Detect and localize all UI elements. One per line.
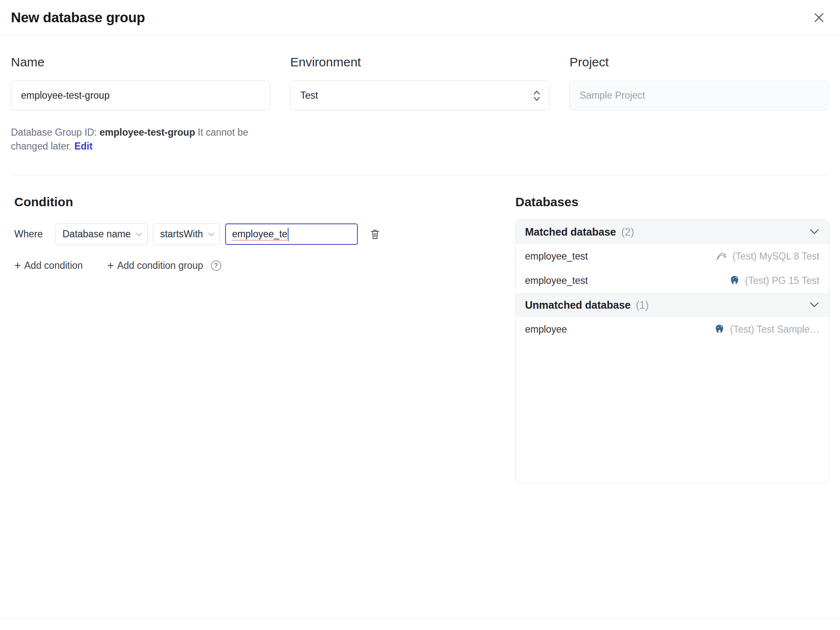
database-instance-label: (Test) PG 15 Test <box>745 275 819 286</box>
edit-group-id-link[interactable]: Edit <box>74 141 92 152</box>
condition-actions: + Add condition + Add condition group ? <box>14 260 515 271</box>
group-id-note: Database Group ID: employee-test-group I… <box>11 126 263 153</box>
close-button[interactable] <box>812 11 826 24</box>
text-caret <box>288 228 289 241</box>
unmatched-database-count: (1) <box>636 299 649 311</box>
environment-field-group: Environment Test <box>290 55 550 110</box>
new-database-group-dialog: New database group Name Environment Test <box>0 0 840 630</box>
database-instance: (Test) Test Sample… <box>714 324 819 335</box>
matched-database-group-header[interactable]: Matched database (2) <box>516 220 829 244</box>
name-label: Name <box>11 55 270 70</box>
delete-condition-button[interactable] <box>365 223 386 245</box>
name-field-group: Name <box>11 55 270 110</box>
postgres-icon <box>729 275 740 286</box>
database-name: employee_test <box>525 275 588 286</box>
condition-field-select[interactable]: Database name <box>55 223 148 245</box>
database-row: employee (Test) Test Sample… <box>516 317 829 341</box>
add-condition-group-button[interactable]: + Add condition group ? <box>107 260 221 271</box>
condition-operator-value: startsWith <box>160 228 203 240</box>
plus-icon: + <box>14 260 21 271</box>
form-grid: Name Environment Test Project <box>0 35 840 110</box>
databases-title: Databases <box>515 194 829 210</box>
group-id-value: employee-test-group <box>100 127 195 138</box>
condition-value-input[interactable]: employee_te <box>225 223 358 245</box>
project-input <box>570 81 829 110</box>
database-instance-label: (Test) Test Sample… <box>730 324 819 335</box>
database-name: employee_test <box>525 251 588 262</box>
add-condition-label: Add condition <box>24 260 83 271</box>
chevron-down-icon <box>136 232 142 236</box>
where-label: Where <box>14 228 43 240</box>
condition-value-text: employee_te <box>232 228 287 240</box>
name-input[interactable] <box>11 81 270 110</box>
updown-chevron-icon <box>533 89 541 102</box>
unmatched-database-group-header[interactable]: Unmatched database (1) <box>516 293 829 317</box>
postgres-icon <box>714 324 725 335</box>
chevron-down-icon <box>809 302 819 308</box>
chevron-down-icon <box>809 229 819 235</box>
add-condition-button[interactable]: + Add condition <box>14 260 83 271</box>
condition-operator-select[interactable]: startsWith <box>153 223 220 245</box>
databases-section: Databases Matched database (2) employee_… <box>515 194 829 484</box>
project-label: Project <box>570 55 829 70</box>
environment-label: Environment <box>290 55 550 70</box>
condition-row: Where Database name startsWith employee_… <box>14 223 515 245</box>
close-icon <box>812 11 826 24</box>
databases-panel: Matched database (2) employee_test <box>515 219 829 484</box>
dialog-header: New database group <box>0 0 840 35</box>
chevron-down-icon <box>208 232 215 236</box>
trash-icon <box>370 229 380 240</box>
matched-database-label-wrap: Matched database (2) <box>525 226 634 238</box>
group-id-note-prefix: Database Group ID: <box>11 127 97 138</box>
database-instance: (Test) PG 15 Test <box>729 275 819 286</box>
database-instance: (Test) MySQL 8 Test <box>716 251 819 262</box>
condition-section: Condition Where Database name startsWith <box>11 194 515 484</box>
add-condition-group-label: Add condition group <box>117 260 203 271</box>
page-title: New database group <box>11 10 145 26</box>
condition-field-value: Database name <box>63 228 131 240</box>
environment-selected-value: Test <box>300 90 318 101</box>
project-field-group: Project <box>570 55 829 110</box>
matched-database-label: Matched database <box>525 226 616 238</box>
database-instance-label: (Test) MySQL 8 Test <box>732 251 819 262</box>
help-icon[interactable]: ? <box>211 260 221 271</box>
plus-icon: + <box>107 260 114 271</box>
footer-divider <box>0 618 840 618</box>
condition-title: Condition <box>14 194 515 210</box>
unmatched-database-label-wrap: Unmatched database (1) <box>525 299 648 311</box>
matched-database-count: (2) <box>621 226 634 238</box>
mysql-icon <box>716 251 727 262</box>
main-area: Condition Where Database name startsWith <box>0 176 840 484</box>
database-name: employee <box>525 324 567 335</box>
environment-select[interactable]: Test <box>290 81 550 110</box>
database-row: employee_test (Test) MySQL 8 Test <box>516 244 829 268</box>
database-row: employee_test (Test) PG 15 Test <box>516 268 829 293</box>
unmatched-database-label: Unmatched database <box>525 299 630 311</box>
